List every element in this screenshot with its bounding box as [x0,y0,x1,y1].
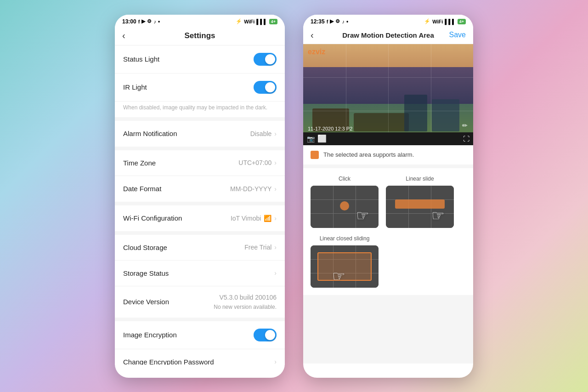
back-button[interactable]: ‹ [122,30,125,41]
alarm-notification-label: Alarm Notification [123,130,177,137]
toggle-knob [265,54,275,64]
detection-content: ezviz 11-17-2020 12:3 P2 ✏ 📷 ⬜ ⛶ The sel… [303,44,473,364]
cloud-storage-right: Free Trial › [244,244,277,251]
wifi-signal-icon: 📶 [264,215,271,222]
toggle-knob-enc [265,330,275,340]
storage-section: Cloud Storage Free Trial › Storage Statu… [115,235,285,318]
back-button-r[interactable]: ‹ [311,30,314,40]
cloud-storage-value: Free Trial [244,244,271,251]
click-highlight [340,201,349,210]
click-gesture-item[interactable]: Click ☞ [311,176,379,228]
music-icon: ♪ [153,19,156,24]
alarm-notification-row[interactable]: Alarm Notification Disable › [115,121,285,147]
linear-slide-label: Linear slide [406,176,434,182]
linear-closed-item[interactable]: Linear closed sliding ☞ [311,235,379,288]
change-encryption-label: Change Encryption Password [123,358,214,365]
fb-icon-r: f [327,19,328,24]
closed-finger-icon: ☞ [332,267,357,285]
camera-toolbar: 📷 ⬜ ⛶ [303,132,473,145]
settings-content: Status Light IR Light When disabled, ima… [115,45,285,365]
settings-phone: 13:00 f ▶ ⚙ ♪ • ⚡ WiFi ▌▌▌ 4+ ‹ Settings… [115,15,285,378]
ir-light-label: IR Light [123,83,147,91]
change-encryption-right: › [274,358,277,365]
dateformat-value: MM-DD-YYYY [230,185,271,193]
ir-light-toggle[interactable] [254,81,277,94]
dateformat-row[interactable]: Date Format MM-DD-YYYY › [115,176,285,202]
wifi-status-icon: WiFi [244,19,254,24]
wifi-label: Wi-Fi Configuration [123,214,182,222]
gesture-grid: Click ☞ [311,176,466,288]
signal-icon: ▌▌▌ [256,19,267,24]
gesture-section: Click ☞ [303,168,473,295]
music-icon-r: ♪ [342,19,345,24]
device-version-value: V5.3.0 build 200106 [219,294,277,301]
status-light-toggle[interactable] [254,53,277,66]
expand-icon[interactable]: ⛶ [463,135,469,142]
alarm-info-bar: The selected area supports alarm. [303,145,473,165]
detection-nav-bar: ‹ Draw Motion Detection Area Save [303,27,473,44]
notification-dot: • [158,18,160,25]
bluetooth-icon-r: ⚡ [424,18,430,24]
ir-light-sublabel: When disabled, image quality may be impa… [115,102,285,117]
facebook-icon: f [138,19,140,24]
click-gesture-card[interactable]: ☞ [311,186,379,228]
image-encryption-toggle[interactable] [254,329,277,341]
storage-status-row[interactable]: Storage Status › [115,261,285,286]
storage-status-right: › [274,269,277,277]
toggle-knob-ir [265,82,275,92]
battery-display-r: 4+ [458,19,466,24]
alarm-info-text: The selected area supports alarm. [323,151,414,158]
alarm-right: Disable › [250,130,277,137]
wifi-section: Wi-Fi Configuration IoT Vimobi 📶 › [115,205,285,231]
device-version-row: Device Version V5.3.0 build 200106 No ne… [115,286,285,318]
bluetooth-icon: ⚡ [236,18,242,24]
alarm-value: Disable [250,130,272,137]
camera-preview: ezviz 11-17-2020 12:3 P2 ✏ 📷 ⬜ ⛶ [303,44,473,145]
status-light-label: Status Light [123,55,159,63]
grid-v3 [431,44,431,145]
encryption-section: Image Encryption Change Encryption Passw… [115,321,285,365]
settings-icon-r: ⚙ [335,18,340,24]
dateformat-right: MM-DD-YYYY › [230,185,277,193]
timezone-label: Time Zone [123,159,156,167]
wifi-status-icon-r: WiFi [432,19,443,24]
settings-nav-bar: ‹ Settings [115,27,285,45]
timezone-row[interactable]: Time Zone UTC+07:00 › [115,150,285,176]
lights-section: Status Light IR Light When disabled, ima… [115,45,285,117]
chevron-wifi: › [274,215,277,222]
time-display: 13:00 [122,18,136,25]
save-button[interactable]: Save [449,31,466,39]
grid-v2 [388,44,389,145]
chevron-timezone: › [274,159,277,166]
status-light-row[interactable]: Status Light [115,45,285,74]
ezviz-logo: ezviz [308,48,325,56]
pencil-icon[interactable]: ✏ [462,122,468,129]
cloud-storage-row[interactable]: Cloud Storage Free Trial › [115,235,285,261]
notification-dot-r: • [346,18,348,25]
click-gesture-label: Click [339,176,351,182]
battery-display: 4+ [269,19,277,24]
datetime-section: Time Zone UTC+07:00 › Date Format MM-DD-… [115,150,285,202]
change-encryption-row[interactable]: Change Encryption Password › [115,349,285,365]
linear-closed-card[interactable]: ☞ [311,245,379,288]
device-version-right: V5.3.0 build 200106 No new version avail… [214,294,277,310]
camera-timestamp: 11-17-2020 12:3 P2 [308,126,352,131]
wifi-right: IoT Vimobi 📶 › [231,215,277,222]
dateformat-label: Date Format [123,185,161,193]
chevron-encryption: › [274,358,277,365]
settings-title: Settings [184,31,215,40]
detection-phone: 12:35 f ▶ ⚙ ♪ • ⚡ WiFi ▌▌▌ 4+ ‹ Draw Mot… [303,15,473,378]
chevron-dateformat: › [274,185,277,193]
timezone-right: UTC+07:00 › [238,159,277,166]
linear-slide-item[interactable]: Linear slide ☞ [386,176,454,228]
wifi-row[interactable]: Wi-Fi Configuration IoT Vimobi 📶 › [115,205,285,231]
image-encryption-row[interactable]: Image Encryption [115,321,285,349]
linear-slide-card[interactable]: ☞ [386,186,454,228]
device-version-label: Device Version [123,298,169,306]
ir-light-row[interactable]: IR Light [115,74,285,102]
chevron-storage: › [274,269,277,277]
slide-finger-icon: ☞ [431,207,445,224]
wifi-value: IoT Vimobi [231,215,261,222]
click-finger-icon: ☞ [356,207,369,224]
chevron-cloud: › [274,244,277,251]
